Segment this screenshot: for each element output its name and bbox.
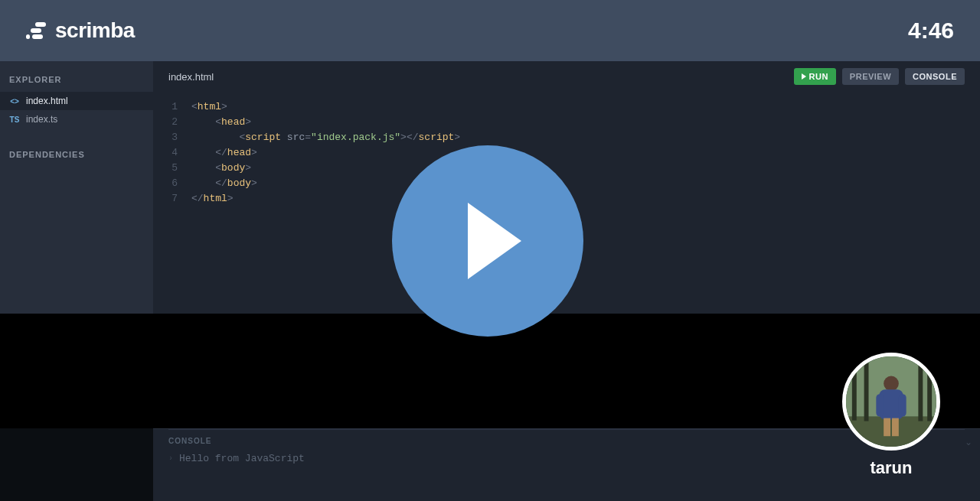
code-content: <body> [191,161,251,176]
author-name: tarun [871,458,913,478]
brand-logo: scrimba [26,18,135,43]
preview-button[interactable]: PREVIEW [842,68,899,85]
svg-rect-14 [884,418,890,437]
svg-rect-12 [876,394,884,417]
editor-actions: RUN PREVIEW CONSOLE [794,68,965,85]
code-line: 1<html> [153,99,980,115]
code-content: <html> [191,99,227,115]
console-label: CONSOLE [913,72,957,81]
code-line: 3 <script src="index.pack.js"></script> [153,130,980,145]
file-name: index.html [26,96,68,106]
play-video-button[interactable] [392,145,583,337]
author-badge: tarun [842,353,940,478]
file-item-index-ts[interactable]: TS index.ts [0,110,153,129]
header-bar: scrimba 4:46 [0,0,980,61]
file-name: index.ts [26,114,57,125]
chevron-right-icon: › [168,454,173,463]
line-number: 5 [153,161,191,176]
code-line: 2 <head> [153,115,980,130]
open-file-tab[interactable]: index.html [168,71,214,83]
svg-rect-3 [32,34,43,39]
ts-file-icon: TS [9,115,20,124]
code-content: <script src="index.pack.js"></script> [191,130,460,145]
preview-label: PREVIEW [850,72,891,81]
explorer-heading: EXPLORER [0,61,153,92]
code-line: 4 </head> [153,145,980,161]
code-content: <head> [191,115,251,130]
run-button[interactable]: RUN [794,68,836,85]
svg-rect-8 [918,361,923,421]
svg-rect-7 [864,359,869,421]
svg-rect-6 [852,364,857,421]
play-icon [802,73,806,80]
svg-rect-1 [31,28,41,33]
html-file-icon: <> [9,97,20,106]
code-content: </head> [191,145,257,161]
author-avatar[interactable] [842,353,940,451]
run-label: RUN [809,72,828,81]
console-button[interactable]: CONSOLE [905,68,965,85]
brand-name: scrimba [55,18,135,43]
video-duration: 4:46 [908,18,954,44]
file-item-index-html[interactable]: <> index.html [0,92,153,110]
play-icon [468,203,521,279]
svg-point-10 [884,376,899,392]
svg-rect-15 [892,418,899,437]
line-number: 4 [153,145,191,161]
code-content: </html> [191,191,234,207]
scrimba-logo-icon [26,22,47,39]
line-number: 2 [153,115,191,130]
svg-rect-5 [846,417,936,447]
svg-rect-0 [35,22,46,27]
chevron-down-icon[interactable]: ⌄ [965,437,972,447]
line-number: 3 [153,130,191,145]
code-line: 5 <body> [153,161,980,176]
line-number: 1 [153,99,191,115]
svg-rect-13 [899,394,906,417]
editor-tab-bar: index.html RUN PREVIEW CONSOLE [153,61,980,92]
sidebar: EXPLORER <> index.html TS index.ts DEPEN… [0,61,153,314]
line-number: 7 [153,191,191,207]
dependencies-heading: DEPENDENCIES [0,129,153,167]
line-number: 6 [153,176,191,191]
svg-rect-9 [927,366,932,421]
svg-rect-2 [26,34,30,39]
code-content: </body> [191,176,257,191]
console-output-text: Hello from JavaScript [179,453,305,464]
